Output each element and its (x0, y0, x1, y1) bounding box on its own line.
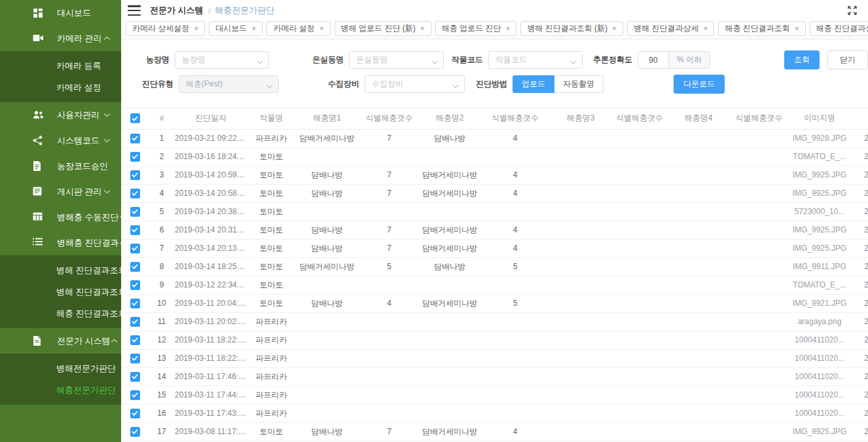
sidebar-subitem[interactable]: 카메라 등록 (0, 55, 121, 77)
sidebar-item[interactable]: 농장코드승인 (0, 153, 121, 179)
tab-close-icon[interactable]: × (795, 25, 799, 33)
row-checkbox[interactable] (130, 170, 140, 180)
cell: 7 (149, 239, 175, 257)
sidebar-subitem[interactable]: 해충 진단결과조회 (0, 303, 121, 324)
table-row[interactable]: 62019-03-14 20:31:03토마토담배나방7담배거세미나방4IMG_… (121, 221, 868, 239)
table-row[interactable]: 92019-03-12 22:34:44토마토TOMATO_E_...2019 (121, 276, 868, 294)
row-checkbox[interactable] (130, 390, 140, 400)
row-checkbox[interactable] (130, 409, 140, 418)
row-checkbox[interactable] (130, 189, 140, 198)
tab[interactable]: 병해 업로드 진단 (新)× (335, 21, 431, 36)
sidebar-item[interactable]: 시스템코드 (0, 128, 121, 153)
row-checkbox[interactable] (130, 335, 140, 345)
device-placeholder: 수집장비 (372, 79, 403, 90)
farm-select[interactable]: 농장명 (175, 51, 269, 69)
tab-close-icon[interactable]: × (251, 25, 256, 33)
row-checkbox[interactable] (130, 225, 140, 235)
device-select[interactable]: 수집장비 (365, 75, 465, 93)
sidebar-item-label: 카메라 관리 (57, 33, 102, 45)
tab-close-icon[interactable]: × (420, 25, 425, 33)
tab-close-icon[interactable]: × (703, 25, 708, 33)
table-row[interactable]: 12019-03-21 09:22:00파프리카담배거세미나방7담배나방4IMG… (121, 129, 868, 147)
row-checkbox[interactable] (130, 354, 140, 363)
sidebar-item[interactable]: 게시판 관리 (0, 179, 121, 204)
tab[interactable]: 병해 진단결과조회 (新)× (520, 21, 623, 36)
table-row[interactable]: 52019-03-14 20:38:56토마토5723000_10...2019 (121, 202, 868, 221)
greenhouse-select[interactable]: 온실동명 (349, 51, 443, 69)
table-row[interactable]: 122019-03-11 18:22:20파프리카1000411020...20… (121, 331, 868, 349)
row-checkbox[interactable] (130, 372, 140, 382)
cell: 파프리카 (247, 404, 296, 422)
row-checkbox[interactable] (130, 134, 140, 143)
table-row[interactable]: 82019-03-14 18:25:32토마토담배거세미나방5담배나방5IMG_… (121, 257, 868, 276)
table-row[interactable]: 152019-03-11 17:44:33파프리카1000411020...20… (121, 386, 868, 404)
crop-code-select[interactable]: 작물코드 (488, 51, 583, 69)
table-row[interactable]: 162019-03-11 17:43:34파프리카1000411020...20… (121, 404, 868, 422)
sidebar-item[interactable]: 전문가 시스템 (0, 328, 121, 354)
sidebar-subitem[interactable]: 카메라 설정 (0, 77, 121, 98)
accuracy-input[interactable] (638, 51, 669, 69)
breadcrumb-root: 전문가 시스템 (150, 5, 204, 16)
sidebar-item[interactable]: 카메라 관리 (0, 26, 121, 51)
hamburger-menu-icon[interactable] (128, 5, 141, 16)
table-row[interactable]: 172019-03-08 11:17:59토마토담배나방7담배거세미나방4IMG… (121, 422, 868, 441)
table-row[interactable]: 112019-03-11 20:02:41파프리카aragaya.png2019 (121, 312, 868, 331)
row-checkbox[interactable] (130, 280, 140, 290)
diag-type-select[interactable]: 해충(Pest) (179, 75, 279, 93)
row-checkbox[interactable] (130, 262, 140, 272)
tab-close-icon[interactable]: × (319, 25, 324, 33)
sidebar-subitem[interactable]: 병해전문가판단 (0, 358, 121, 379)
sidebar-subitem-active[interactable]: 해충전문가판단 (0, 379, 121, 401)
cell (479, 331, 551, 349)
select-all-checkbox[interactable] (130, 113, 140, 123)
tab[interactable]: 해충 진단결과상세× (810, 21, 868, 36)
tab[interactable]: 해충 업로드 진단× (435, 21, 517, 36)
cell: 담배나방 (296, 239, 358, 257)
tab-close-icon[interactable]: × (505, 25, 510, 33)
table-row[interactable]: 42019-03-14 20:58:46토마토담배나방7담배거세미나방4IMG_… (121, 184, 868, 202)
tab[interactable]: 대시보드× (209, 21, 262, 36)
search-button[interactable]: 조회 (784, 50, 820, 69)
cell: 4 (479, 239, 551, 257)
row-checkbox[interactable] (130, 152, 140, 162)
table-row[interactable]: 142019-03-11 17:46:58파프리카1000411020...20… (121, 367, 868, 386)
cell: 2019-03-14 20:58:46 (175, 184, 247, 202)
row-checkbox[interactable] (130, 317, 140, 327)
table-row[interactable]: 132019-03-11 18:22:03파프리카1000411020...20… (121, 349, 868, 367)
cell: 5 (358, 257, 420, 276)
method-upload-button[interactable]: 업로드 (513, 75, 554, 93)
cell (551, 202, 610, 221)
sidebar-subitem[interactable]: 병해 진단결과조회 (新) (0, 259, 121, 281)
table-row[interactable]: 72019-03-14 20:13:53토마토담배나방7담배거세미나방4IMG_… (121, 239, 868, 257)
sidebar-item-label: 병해충 수동진단 (57, 212, 119, 223)
cell: 담배나방 (296, 221, 358, 239)
row-checkbox-cell (121, 239, 149, 257)
tab[interactable]: 카메라 설정× (266, 21, 330, 36)
table-row[interactable]: 32019-03-14 20:59:38토마토담배나방7담배거세미나방4IMG_… (121, 166, 868, 184)
row-checkbox-cell (121, 129, 149, 147)
close-button[interactable]: 닫기 (827, 50, 868, 69)
row-checkbox[interactable] (130, 299, 140, 308)
cell: 담배나방 (296, 166, 358, 184)
tab[interactable]: 병해 진단결과상세× (627, 21, 714, 36)
row-checkbox[interactable] (130, 244, 140, 253)
tab-close-icon[interactable]: × (194, 25, 198, 33)
table-row[interactable]: 22019-03-16 18:24:43토마토TOMATO_E_...2019 (121, 147, 868, 166)
sidebar-item[interactable]: 사용자관리 (0, 102, 121, 128)
method-auto-button[interactable]: 자동촬영 (554, 75, 604, 93)
sidebar-item[interactable]: 병해충 진단결과 (0, 230, 121, 255)
row-checkbox[interactable] (130, 207, 140, 217)
tab[interactable]: 카메라 상세설정× (126, 21, 205, 36)
fullscreen-icon[interactable] (847, 5, 858, 16)
sidebar-item[interactable]: 병해충 수동진단 (0, 204, 121, 230)
tab[interactable]: 해충 진단결과조회× (718, 21, 805, 36)
row-checkbox[interactable] (130, 427, 140, 437)
tab-close-icon[interactable]: × (612, 25, 617, 33)
sidebar-item[interactable]: 대시보드 (0, 0, 121, 26)
sidebar-submenu: 카메라 등록카메라 설정 (0, 51, 121, 102)
cell (296, 202, 358, 221)
download-button[interactable]: 다운로드 (674, 75, 725, 94)
cell: 1000411020... (790, 404, 849, 422)
table-row[interactable]: 102019-03-11 20:04:40토마토담배나방4담배거세미나방5IMG… (121, 294, 868, 312)
sidebar-subitem[interactable]: 병해 진단결과조회 (舊) (0, 281, 121, 303)
